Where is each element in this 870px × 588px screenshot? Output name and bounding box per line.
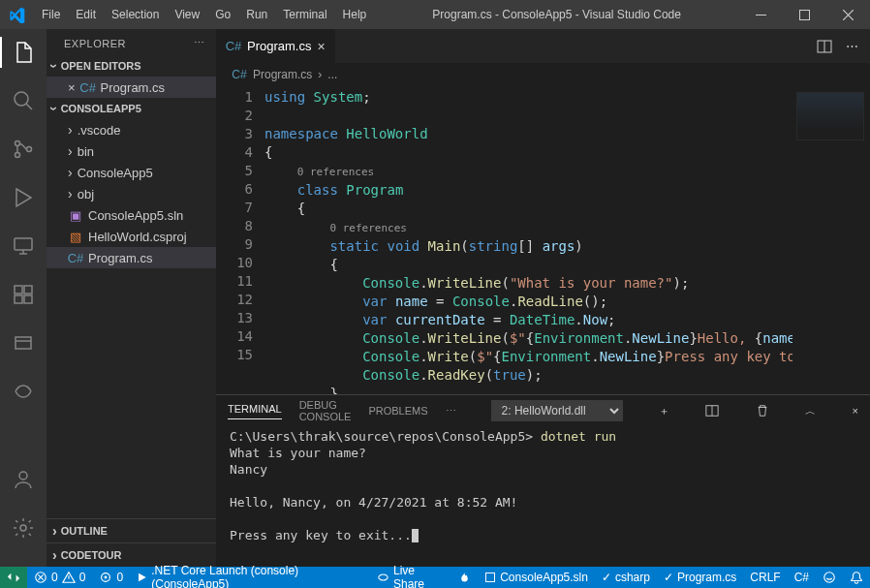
remote-indicator[interactable] (0, 567, 27, 588)
close-button[interactable] (826, 0, 870, 29)
maximize-button[interactable] (783, 0, 826, 29)
tree-item--vscode[interactable]: .vscode (47, 119, 216, 140)
terminal-panel: TERMINAL DEBUG CONSOLE PROBLEMS ⋯ 2: Hel… (216, 394, 870, 567)
feedback-icon[interactable] (816, 567, 843, 588)
menu-view[interactable]: View (167, 2, 207, 27)
chevron-right-icon (68, 186, 73, 201)
open-editor-label: Program.cs (101, 80, 165, 95)
svg-rect-19 (486, 573, 495, 582)
search-icon[interactable] (0, 85, 47, 116)
csharp-file-icon: C# (232, 67, 247, 82)
tree-item-label: HelloWorld.csproj (88, 230, 187, 244)
chevron-right-icon: › (318, 68, 322, 81)
menu-go[interactable]: Go (207, 2, 238, 27)
minimap[interactable] (792, 86, 870, 394)
breadcrumb[interactable]: C# Program.cs › ... (216, 63, 870, 86)
open-editors-section[interactable]: OPEN EDITORS (47, 55, 216, 77)
menu-file[interactable]: File (34, 2, 68, 27)
menu-help[interactable]: Help (335, 2, 375, 27)
tree-item-label: Program.cs (88, 251, 152, 265)
notifications-icon[interactable] (843, 567, 870, 588)
terminal-selector[interactable]: 2: HelloWorld.dll (491, 400, 623, 421)
file-status[interactable]: ✓ Program.cs (657, 567, 743, 588)
problems-status[interactable]: 0 0 (27, 567, 92, 588)
tree-item-label: ConsoleApp5 (78, 166, 153, 180)
outline-section[interactable]: OUTLINE (47, 518, 216, 542)
svg-rect-6 (15, 238, 32, 250)
svg-rect-1 (800, 10, 810, 19)
menu-run[interactable]: Run (238, 2, 275, 27)
split-terminal-icon[interactable] (705, 404, 719, 418)
run-debug-icon[interactable] (0, 182, 47, 213)
chevron-right-icon (68, 143, 73, 159)
code-content[interactable]: using System; namespace HelloWorld{ 0 re… (264, 86, 792, 394)
live-share-status[interactable]: Live Share (370, 567, 451, 588)
line-gutter: 123456789101112131415 (216, 86, 264, 394)
solution-file-icon: ▣ (68, 207, 83, 223)
terminal-output[interactable]: C:\Users\thrak\source\repos\ConsoleApp5>… (216, 426, 870, 567)
svg-rect-7 (15, 286, 22, 294)
tab-label: Program.cs (247, 39, 311, 53)
language-mode-status[interactable]: C# (788, 567, 816, 588)
vscode-logo-icon (0, 7, 34, 23)
tree-item-label: obj (78, 187, 94, 201)
live-share-icon[interactable] (0, 376, 47, 407)
menu-selection[interactable]: Selection (104, 2, 167, 27)
code-editor[interactable]: 123456789101112131415 using System; name… (216, 86, 870, 394)
source-control-icon[interactable] (0, 134, 47, 165)
explorer-header: EXPLORER (64, 38, 126, 49)
workspace-section[interactable]: CONSOLEAPP5 (47, 98, 216, 119)
explorer-more-icon[interactable]: ⋯ (194, 37, 205, 49)
explorer-icon[interactable] (0, 37, 47, 68)
csharp-file-icon: C# (68, 250, 83, 265)
remote-explorer-icon[interactable] (0, 231, 47, 262)
editor-tab[interactable]: C# Program.cs × (216, 29, 336, 63)
terminal-tab[interactable]: TERMINAL (228, 403, 282, 419)
breadcrumb-file: Program.cs (253, 68, 312, 81)
sql-server-icon[interactable] (0, 327, 47, 358)
close-panel-icon[interactable]: × (853, 405, 858, 417)
ports-status[interactable]: 0 (92, 567, 130, 588)
csharp-status[interactable]: ✓ csharp (595, 567, 657, 588)
csharp-file-icon: C# (226, 39, 241, 54)
tree-item-program-cs[interactable]: C#Program.cs (47, 247, 216, 268)
extensions-icon[interactable] (0, 279, 47, 310)
open-editor-item[interactable]: × C# Program.cs (47, 77, 216, 98)
new-terminal-icon[interactable]: ＋ (659, 404, 669, 418)
svg-point-3 (16, 141, 20, 146)
svg-point-4 (16, 153, 20, 158)
svg-point-20 (824, 573, 835, 583)
more-actions-icon[interactable]: ⋯ (846, 39, 858, 53)
close-editor-icon[interactable]: × (68, 80, 76, 95)
minimize-button[interactable] (739, 0, 783, 29)
tree-item-helloworld-csproj[interactable]: ▧HelloWorld.csproj (47, 226, 216, 247)
account-icon[interactable] (0, 464, 47, 495)
csproj-file-icon: ▧ (68, 229, 83, 244)
svg-point-5 (27, 147, 32, 152)
menu-terminal[interactable]: Terminal (275, 2, 334, 27)
close-tab-icon[interactable]: × (317, 39, 325, 54)
terminal-cursor (412, 529, 419, 542)
maximize-panel-icon[interactable]: ︿ (805, 404, 816, 418)
csharp-file-icon: C# (80, 79, 96, 95)
settings-gear-icon[interactable] (0, 512, 47, 543)
menu-edit[interactable]: Edit (68, 2, 104, 27)
debug-console-tab[interactable]: DEBUG CONSOLE (299, 399, 352, 422)
flame-status[interactable] (451, 567, 478, 588)
tree-item-label: bin (78, 144, 94, 159)
panel-more-icon[interactable]: ⋯ (446, 405, 456, 418)
editor-group: C# Program.cs × ⋯ C# Program.cs › ... 12… (216, 29, 870, 567)
split-editor-icon[interactable] (817, 39, 832, 54)
solution-status[interactable]: ConsoleApp5.sln (478, 567, 595, 588)
tree-item-consoleapp5-sln[interactable]: ▣ConsoleApp5.sln (47, 204, 216, 226)
kill-terminal-icon[interactable] (756, 404, 769, 418)
tree-item-consoleapp5[interactable]: ConsoleApp5 (47, 162, 216, 183)
tree-item-bin[interactable]: bin (47, 140, 216, 162)
eol-status[interactable]: CRLF (743, 567, 787, 588)
svg-point-18 (106, 576, 108, 578)
tree-item-obj[interactable]: obj (47, 183, 216, 204)
debug-launch-status[interactable]: .NET Core Launch (console) (ConsoleApp5) (130, 567, 370, 588)
problems-tab[interactable]: PROBLEMS (368, 405, 427, 417)
svg-rect-11 (16, 337, 31, 349)
svg-rect-0 (756, 15, 766, 15)
